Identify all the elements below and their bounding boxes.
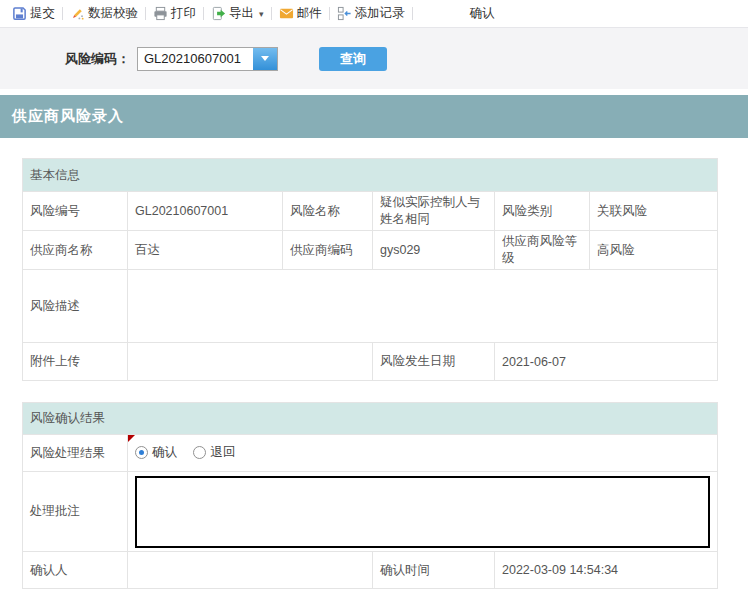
- export-button[interactable]: 导出 ▾: [204, 5, 271, 22]
- risk-code-value[interactable]: GL20210607001: [138, 48, 253, 70]
- risk-date-label: 风险发生日期: [373, 343, 495, 381]
- radio-return-button[interactable]: [193, 446, 206, 459]
- dropdown-arrow-icon: [261, 56, 269, 61]
- print-icon: [153, 6, 168, 21]
- supplier-code-label: 供应商编码: [283, 231, 373, 270]
- confirm-time-value[interactable]: 2022-03-09 14:54:34: [495, 552, 718, 589]
- radio-return[interactable]: 退回: [193, 444, 235, 461]
- print-label: 打印: [171, 5, 196, 22]
- mail-icon: [279, 6, 294, 21]
- basic-info-section-header: 基本信息: [23, 159, 718, 192]
- page-title-bar: 供应商风险录入: [0, 95, 748, 138]
- query-button[interactable]: 查询: [319, 47, 387, 71]
- risk-confirm-table: 风险确认结果 风险处理结果 确认 退回 处理批注 确认人: [22, 402, 718, 589]
- confirmer-label: 确认人: [23, 552, 128, 589]
- risk-date-value[interactable]: 2021-06-07: [495, 343, 718, 381]
- toolbar-separator: [412, 7, 413, 20]
- confirm-action-button[interactable]: 确认: [463, 5, 502, 22]
- radio-return-label: 退回: [210, 444, 235, 461]
- supplier-name-label: 供应商名称: [23, 231, 128, 270]
- risk-desc-value[interactable]: [128, 270, 718, 343]
- attachment-label: 附件上传: [23, 343, 128, 381]
- risk-type-label: 风险类别: [495, 192, 590, 231]
- search-bar: 风险编码： GL20210607001 查询: [0, 28, 748, 89]
- supplier-code-value[interactable]: gys029: [373, 231, 495, 270]
- supplier-risk-level-value[interactable]: 高风险: [590, 231, 718, 270]
- attachment-value[interactable]: [128, 343, 373, 381]
- risk-code-label: 风险编码：: [65, 50, 130, 68]
- add-record-button[interactable]: 添加记录: [330, 5, 412, 22]
- save-icon: [12, 6, 27, 21]
- toolbar: 提交 数据校验 打印 导出 ▾ 邮件 添加记录 确认: [0, 0, 748, 28]
- supplier-name-value[interactable]: 百达: [128, 231, 283, 270]
- submit-button[interactable]: 提交: [5, 5, 62, 22]
- basic-info-table: 基本信息 风险编号 GL20210607001 风险名称 疑似实际控制人与姓名相…: [22, 158, 718, 381]
- main-content: 基本信息 风险编号 GL20210607001 风险名称 疑似实际控制人与姓名相…: [22, 158, 717, 589]
- confirm-action-label: 确认: [470, 5, 495, 22]
- risk-type-value[interactable]: 关联风险: [590, 192, 718, 231]
- combo-dropdown-button[interactable]: [253, 48, 277, 70]
- risk-code-combobox[interactable]: GL20210607001: [137, 47, 278, 71]
- export-label: 导出: [229, 5, 254, 22]
- radio-confirm-label: 确认: [152, 444, 177, 461]
- data-validate-button[interactable]: 数据校验: [63, 5, 145, 22]
- submit-label: 提交: [30, 5, 55, 22]
- print-button[interactable]: 打印: [146, 5, 203, 22]
- export-icon: [211, 6, 226, 21]
- chevron-down-icon[interactable]: ▾: [259, 9, 264, 19]
- risk-name-label: 风险名称: [283, 192, 373, 231]
- page-title: 供应商风险录入: [12, 107, 124, 126]
- risk-result-label: 风险处理结果: [23, 435, 128, 472]
- risk-desc-label: 风险描述: [23, 270, 128, 343]
- validate-icon: [70, 6, 85, 21]
- comment-textarea[interactable]: [135, 476, 710, 548]
- comment-label: 处理批注: [23, 472, 128, 552]
- risk-no-value[interactable]: GL20210607001: [128, 192, 283, 231]
- add-record-icon: [337, 6, 352, 21]
- risk-name-value[interactable]: 疑似实际控制人与姓名相同: [373, 192, 495, 231]
- comment-cell: [128, 472, 718, 552]
- risk-result-cell: 确认 退回: [128, 435, 718, 472]
- supplier-risk-level-label: 供应商风险等级: [495, 231, 590, 270]
- risk-confirm-section-header: 风险确认结果: [23, 403, 718, 435]
- radio-confirm-button[interactable]: [135, 446, 148, 459]
- confirmer-value[interactable]: [128, 552, 373, 589]
- mail-label: 邮件: [297, 5, 322, 22]
- mail-button[interactable]: 邮件: [272, 5, 329, 22]
- confirm-time-label: 确认时间: [373, 552, 495, 589]
- add-record-label: 添加记录: [355, 5, 405, 22]
- data-validate-label: 数据校验: [88, 5, 138, 22]
- risk-no-label: 风险编号: [23, 192, 128, 231]
- radio-confirm[interactable]: 确认: [135, 444, 177, 461]
